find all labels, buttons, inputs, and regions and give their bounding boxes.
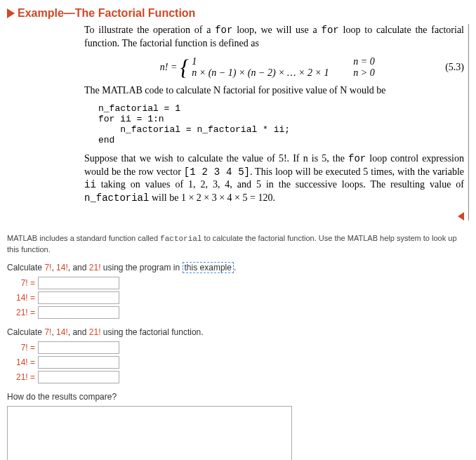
question-3: How do the results compare? [7,392,469,460]
case1-expr: 1 [192,56,353,67]
code-var: n_factorial [84,192,149,204]
q1-label-7: 7! = [7,278,35,288]
equation: n! = { 1 n = 0 n × (n − 1) × (n − 2) × …… [84,56,464,79]
text: 21! [89,263,101,272]
q2-label-21: 21! = [7,372,35,382]
q1-prompt: Calculate 7!, 14!, and 21! using the pro… [7,263,469,272]
text: using the program in [100,263,182,272]
text: 14! [56,327,68,337]
text: Calculate [7,327,44,337]
example-body: To illustrate the operation of a for loo… [84,24,469,221]
cases: 1 n = 0 n × (n − 1) × (n − 2) × … × 2 × … [192,56,388,79]
text: 14! [56,263,68,272]
q2-input-21[interactable] [38,371,119,383]
text: function. [169,327,204,337]
q1-label-14: 14! = [7,293,35,303]
q1-input-7[interactable] [38,277,119,289]
question-1: Calculate 7!, 14!, and 21! using the pro… [7,263,469,319]
hint-bar: MATLAB includes a standard function call… [7,233,469,254]
code-fn: factorial [140,327,169,337]
code-block: n_factorial = 1 for ii = 1:n n_factorial… [98,103,464,145]
triangle-left-icon [458,212,464,221]
this-example-link[interactable]: this example [183,262,234,273]
code-keyword: for [215,25,232,36]
text: Calculate [7,263,44,272]
text: will be 1 × 2 × 3 × 4 × 5 = 120. [149,192,275,203]
triangle-right-icon [7,8,15,18]
text: , and [68,263,89,272]
q3-prompt: How do the results compare? [7,392,469,402]
suppose-paragraph: Suppose that we wish to calculate the va… [84,152,464,206]
q2-input-14[interactable] [38,356,119,369]
text: . [234,263,236,272]
q2-label-14: 14! = [7,357,35,367]
q2-input-7[interactable] [38,341,119,354]
matlab-line: The MATLAB code to calculate N factorial… [84,84,464,98]
text: taking on values of 1, 2, 3, 4, and 5 in… [96,179,464,190]
q2-prompt: Calculate 7!, 14!, and 21! using the fac… [7,327,469,337]
case2-cond: n > 0 [353,67,388,79]
code-var: ii [84,179,96,190]
equation-number: (5.3) [445,62,464,73]
text: 21! [89,327,101,337]
text: To illustrate the operation of a [84,25,215,35]
equation-lhs: n! = [160,62,178,73]
text: MATLAB includes a standard function call… [7,234,160,242]
code-keyword: for [348,153,366,164]
question-2: Calculate 7!, 14!, and 21! using the fac… [7,327,469,383]
text: using the [100,327,139,337]
case2-expr: n × (n − 1) × (n − 2) × … × 2 × 1 [192,67,353,79]
text: 7! [44,263,51,272]
brace-container: { 1 n = 0 n × (n − 1) × (n − 2) × … × 2 … [177,56,388,79]
text: 7! [44,327,51,337]
q2-label-7: 7! = [7,343,35,353]
text: , and [68,327,89,337]
q1-label-21: 21! = [7,308,35,317]
q1-input-21[interactable] [38,306,119,319]
q3-textarea[interactable] [7,406,292,460]
text: Suppose that we wish to calculate the va… [84,153,348,164]
text: loop, we will use a [232,25,321,35]
code-keyword: for [322,25,339,36]
brace-icon: { [180,56,189,79]
intro-paragraph: To illustrate the operation of a for loo… [84,24,464,51]
q1-input-14[interactable] [38,291,119,304]
example-title: Example—The Factorial Function [18,7,195,20]
code-vector: [1 2 3 4 5] [184,166,250,178]
case1-cond: n = 0 [353,56,388,67]
code-fn: factorial [160,235,201,243]
text: . This loop will be executed 5 times, wi… [250,166,464,177]
example-header: Example—The Factorial Function [7,7,469,20]
